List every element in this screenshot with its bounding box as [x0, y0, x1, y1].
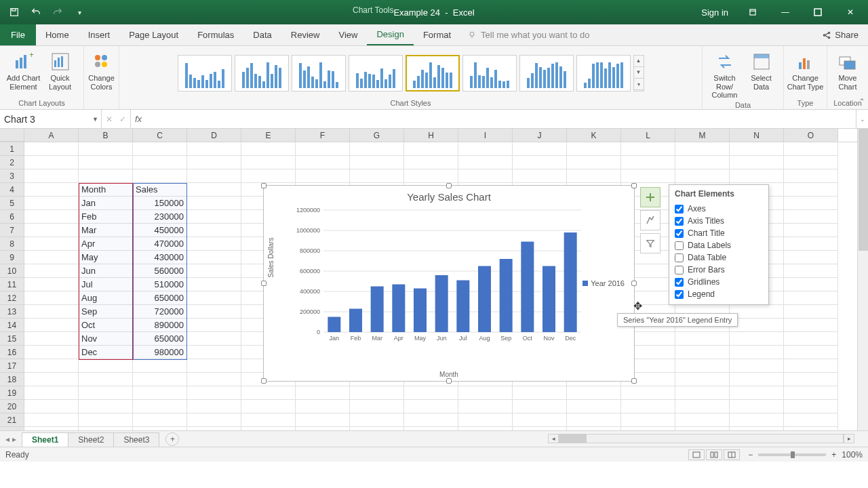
cell[interactable]	[187, 291, 241, 305]
cell[interactable]	[187, 183, 241, 197]
row-header[interactable]: 10	[0, 264, 24, 278]
resize-handle[interactable]	[631, 378, 637, 384]
cell[interactable]	[79, 142, 133, 156]
cell[interactable]	[675, 169, 730, 183]
cell[interactable]	[784, 264, 838, 278]
row-header[interactable]: 7	[0, 224, 24, 237]
chart-style-thumb[interactable]	[235, 55, 289, 92]
cell[interactable]	[458, 400, 513, 413]
cell[interactable]	[404, 156, 458, 169]
change-colors-button[interactable]: Change Colors	[83, 48, 120, 91]
tab-review[interactable]: Review	[281, 24, 330, 45]
signin-link[interactable]: Sign in	[701, 7, 728, 18]
cell[interactable]	[567, 156, 621, 169]
scrollbar-thumb[interactable]	[559, 434, 587, 443]
cell[interactable]	[241, 400, 296, 413]
cell[interactable]	[24, 346, 79, 359]
cell[interactable]	[24, 291, 79, 305]
checkbox[interactable]	[675, 229, 684, 238]
cell[interactable]	[675, 373, 730, 386]
normal-view-icon[interactable]	[688, 449, 705, 460]
vertical-scrollbar[interactable]	[857, 129, 868, 430]
cell[interactable]	[187, 359, 241, 373]
cell[interactable]	[187, 373, 241, 386]
cell[interactable]	[458, 386, 513, 400]
nav-last-icon[interactable]: ▸	[12, 434, 16, 444]
cell[interactable]	[458, 169, 513, 183]
chart-element-option[interactable]: Gridlines	[675, 276, 763, 288]
cell[interactable]	[730, 400, 784, 413]
scroll-right-icon[interactable]: ▸	[844, 434, 854, 443]
resize-handle[interactable]	[631, 281, 637, 286]
cell[interactable]	[621, 413, 675, 427]
cell[interactable]	[730, 156, 784, 169]
column-header[interactable]: C	[133, 129, 187, 142]
cell[interactable]	[784, 251, 838, 264]
row-header[interactable]: 21	[0, 413, 24, 427]
row-header[interactable]: 9	[0, 251, 24, 264]
cell[interactable]	[187, 169, 241, 183]
tab-insert[interactable]: Insert	[79, 24, 120, 45]
tab-design[interactable]: Design	[367, 24, 413, 45]
cell[interactable]	[784, 400, 838, 413]
tab-formulas[interactable]: Formulas	[188, 24, 243, 45]
cell[interactable]	[350, 400, 404, 413]
checkbox[interactable]	[675, 253, 684, 262]
cell[interactable]	[567, 142, 621, 156]
chart-style-thumb[interactable]	[178, 55, 232, 92]
chart-elements-button[interactable]	[640, 187, 660, 207]
chart-style-thumb[interactable]	[519, 55, 574, 92]
cell[interactable]	[784, 210, 838, 224]
row-header[interactable]: 4	[0, 183, 24, 197]
cell[interactable]	[187, 264, 241, 278]
cell[interactable]	[784, 156, 838, 169]
resize-handle[interactable]	[261, 281, 267, 286]
tab-format[interactable]: Format	[414, 24, 460, 45]
zoom-in-icon[interactable]: +	[831, 450, 836, 460]
switch-row-column-button[interactable]: Switch Row/ Column	[707, 48, 743, 100]
cell[interactable]	[133, 400, 187, 413]
row-header[interactable]: 17	[0, 359, 24, 373]
cell[interactable]	[784, 346, 838, 359]
cell[interactable]	[730, 346, 784, 359]
cell[interactable]	[187, 156, 241, 169]
cell[interactable]	[675, 156, 730, 169]
nav-first-icon[interactable]: ◂	[5, 434, 9, 444]
cell[interactable]	[24, 373, 79, 386]
cell[interactable]	[133, 373, 187, 386]
cell[interactable]	[784, 197, 838, 210]
chart-element-option[interactable]: Axes	[675, 203, 763, 215]
page-break-view-icon[interactable]	[724, 449, 740, 460]
resize-handle[interactable]	[446, 378, 452, 384]
resize-handle[interactable]	[446, 183, 452, 188]
cell[interactable]	[187, 346, 241, 359]
cell[interactable]	[79, 386, 133, 400]
expand-formula-icon[interactable]: ⌄	[856, 110, 868, 128]
column-header[interactable]: O	[784, 129, 838, 142]
cell[interactable]	[621, 156, 675, 169]
cell[interactable]	[567, 400, 621, 413]
cell[interactable]	[24, 251, 79, 264]
cell[interactable]	[404, 142, 458, 156]
cell[interactable]	[296, 142, 350, 156]
cell[interactable]	[675, 332, 730, 346]
chart-element-option[interactable]: Chart Title	[675, 227, 763, 239]
quick-layout-button[interactable]: Quick Layout	[42, 48, 79, 91]
column-header[interactable]: L	[621, 129, 675, 142]
cell[interactable]	[350, 413, 404, 427]
cell[interactable]	[350, 169, 404, 183]
cell[interactable]	[458, 156, 513, 169]
cell[interactable]	[621, 169, 675, 183]
select-data-button[interactable]: Select Data	[743, 48, 780, 100]
column-header[interactable]: B	[79, 129, 133, 142]
scrollbar-thumb[interactable]	[859, 129, 868, 251]
x-axis-label[interactable]: Month	[264, 371, 634, 378]
column-header[interactable]: I	[458, 129, 513, 142]
share-button[interactable]: Share	[822, 24, 859, 45]
column-header[interactable]: H	[404, 129, 458, 142]
cell[interactable]	[784, 373, 838, 386]
cancel-icon[interactable]: ✕	[106, 115, 113, 124]
chart-object[interactable]: Yearly Sales Chart Sales Dollars 0200000…	[263, 185, 635, 382]
ribbon-options-icon[interactable]	[738, 0, 768, 24]
cell[interactable]	[187, 142, 241, 156]
